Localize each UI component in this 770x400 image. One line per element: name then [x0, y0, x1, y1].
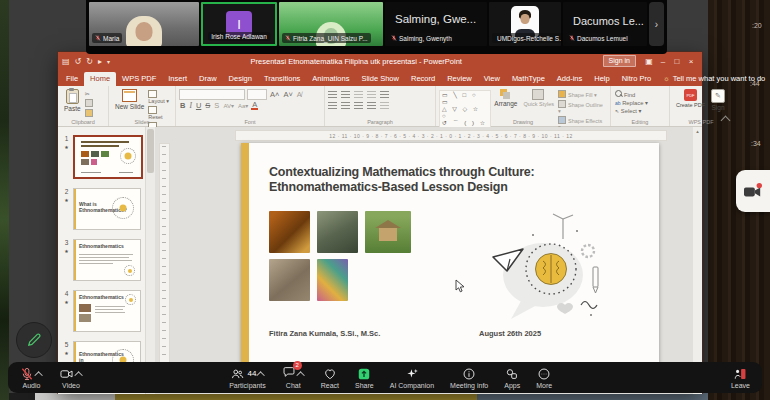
save-icon[interactable]: ▤ [62, 57, 70, 66]
tab-insert[interactable]: Insert [162, 72, 193, 86]
slideshow-icon[interactable]: ▸ [98, 57, 102, 66]
strikethrough-button[interactable]: S [204, 101, 211, 110]
slide-editor[interactable]: Contextualizing Mathematics through Cult… [241, 143, 659, 363]
sign-in-button[interactable]: Sign in [603, 55, 636, 67]
copy-icon[interactable] [85, 99, 93, 107]
slide-thumbnail-4[interactable]: Ethnomathematics [73, 290, 141, 332]
tab-review[interactable]: Review [441, 72, 478, 86]
paste-button[interactable]: Paste [61, 88, 84, 119]
chat-options-chevron[interactable] [296, 371, 304, 379]
tab-record[interactable]: Record [405, 72, 441, 86]
slide-thumbnail-2[interactable]: What is Ethnomathematics? [73, 188, 141, 230]
bottom-strip-segment [477, 393, 708, 400]
numbering-icon[interactable] [341, 91, 350, 98]
tab-draw[interactable]: Draw [193, 72, 223, 86]
columns-icon[interactable] [380, 102, 389, 109]
ribbon-group-slides: New Slide Layout ▾ Reset Section ▾ Slide… [109, 86, 176, 126]
react-button[interactable]: React [313, 362, 347, 393]
audio-options-chevron[interactable] [34, 371, 42, 379]
font-size-box[interactable] [247, 89, 267, 100]
ai-companion-button[interactable]: AI Companion [382, 362, 442, 393]
create-pdf-button[interactable]: PDF Create PDF [673, 88, 708, 112]
format-painter-icon[interactable] [85, 109, 93, 117]
video-tile-salming[interactable]: Salming, Gwe... Salming, Gwenyth [385, 2, 487, 46]
undo-icon[interactable]: ↺ [75, 57, 82, 66]
tab-help[interactable]: Help [588, 72, 615, 86]
tab-view[interactable]: View [478, 72, 506, 86]
quick-styles-button[interactable]: Quick Styles [520, 88, 557, 108]
justify-icon[interactable] [367, 102, 376, 109]
desktop-wallpaper-left [0, 0, 9, 400]
font-name-box[interactable] [179, 89, 245, 100]
grow-font-icon[interactable]: A˄ [269, 90, 280, 99]
align-right-icon[interactable] [354, 102, 363, 109]
strip-expand-button[interactable]: › [649, 2, 664, 46]
tab-mathtype[interactable]: MathType [506, 72, 551, 86]
leave-button[interactable]: Leave [723, 362, 758, 393]
share-button[interactable]: Share [347, 362, 382, 393]
sign-button[interactable]: ✎ Sign [708, 88, 728, 112]
tab-transitions[interactable]: Transitions [258, 72, 306, 86]
video-button[interactable]: Video [51, 362, 91, 393]
clear-formatting-icon[interactable]: A̸ [296, 90, 303, 99]
tab-wps-pdf[interactable]: WPS PDF [116, 72, 162, 86]
slide-thumbnail-1[interactable] [73, 135, 143, 179]
scroll-up-icon[interactable]: ▴ [696, 128, 699, 134]
annotate-button[interactable] [16, 322, 52, 358]
ribbon-options-icon[interactable]: ▣ [642, 57, 656, 66]
tab-design[interactable]: Design [223, 72, 258, 86]
italic-button[interactable]: I [188, 101, 193, 110]
minimize-icon[interactable]: – [656, 57, 670, 66]
character-spacing-icon[interactable]: AV▾ [222, 102, 235, 109]
tab-add-ins[interactable]: Add-ins [551, 72, 588, 86]
font-color-icon[interactable]: A [251, 101, 258, 110]
close-icon[interactable]: × [684, 57, 698, 66]
align-center-icon[interactable] [341, 102, 350, 109]
tab-slide-show[interactable]: Slide Show [355, 72, 405, 86]
camera-widget[interactable] [736, 170, 770, 212]
reset-button[interactable]: Reset [148, 106, 171, 120]
layout-button[interactable]: Layout ▾ [148, 90, 171, 104]
bold-button[interactable]: B [179, 101, 186, 110]
new-slide-button[interactable]: New Slide [112, 88, 147, 138]
arrange-button[interactable]: Arrange [491, 88, 520, 108]
replace-button[interactable]: ab Replace ▾ [615, 100, 665, 106]
video-tile-umdigos[interactable]: UMDigos-Retchelle S... [489, 2, 561, 46]
canvas-scrollbar[interactable]: ▴ ▾ ▴ ▾ [693, 127, 702, 394]
decrease-indent-icon[interactable] [354, 91, 363, 98]
align-left-icon[interactable] [328, 102, 337, 109]
text-shadow-button[interactable]: S [213, 101, 220, 110]
tab-file[interactable]: File [60, 72, 84, 86]
participants-button[interactable]: 44 Participants [221, 362, 274, 393]
apps-button[interactable]: Apps [496, 362, 528, 393]
audio-button[interactable]: Audio [12, 362, 51, 393]
underline-button[interactable]: U [195, 101, 202, 110]
change-case-icon[interactable]: Aa▾ [237, 102, 249, 109]
video-tile-maria[interactable]: Maria [89, 2, 199, 46]
increase-indent-icon[interactable] [367, 91, 376, 98]
shrink-font-icon[interactable]: A˅ [282, 90, 293, 99]
redo-icon[interactable]: ↻ [86, 57, 93, 66]
more-button[interactable]: More [528, 362, 560, 393]
shape-outline-button[interactable]: Shape Outline ▾ [558, 100, 606, 114]
meeting-info-button[interactable]: Meeting info [442, 362, 496, 393]
find-button[interactable]: Find [615, 90, 665, 98]
video-tile-dacumos[interactable]: Dacumos Le... Dacumos Lemuel [563, 2, 647, 46]
video-tile-irish[interactable]: I Irish Rose Adlawan [201, 2, 277, 46]
chat-button[interactable]: 2 Chat [274, 362, 313, 393]
tab-nitro-pro[interactable]: Nitro Pro [616, 72, 658, 86]
video-options-chevron[interactable] [74, 371, 82, 379]
participants-options-chevron[interactable] [257, 371, 265, 379]
shape-fill-button[interactable]: Shape Fill ▾ [558, 90, 606, 98]
select-button[interactable]: ⇖ Select ▾ [615, 108, 665, 114]
thumbnail-panel-scrollbar[interactable] [146, 127, 155, 394]
video-tile-fitria[interactable]: Fitria Zana_UIN Saizu P... [279, 2, 383, 46]
maximize-icon[interactable]: □ [670, 57, 684, 66]
slide-thumbnail-3[interactable]: Ethnomathematics [73, 239, 141, 281]
tab-animations[interactable]: Animations [306, 72, 355, 86]
tab-home[interactable]: Home [84, 72, 116, 86]
line-spacing-icon[interactable] [380, 91, 389, 98]
bullets-icon[interactable] [328, 91, 337, 98]
mouse-cursor [455, 279, 465, 293]
cut-icon[interactable]: ✂ [85, 90, 95, 97]
